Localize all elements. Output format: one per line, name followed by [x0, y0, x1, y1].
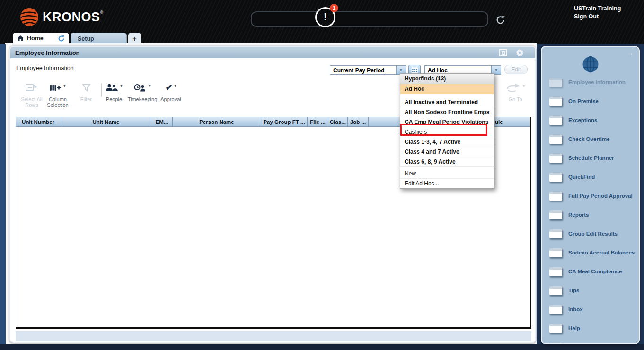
column-header-class[interactable]: Clas... — [328, 117, 348, 127]
sidebar-item-exceptions[interactable]: Exceptions — [542, 111, 639, 130]
sidebar-item-ca-meal-compliance[interactable]: CA Meal Compliance — [542, 262, 639, 281]
gear-icon[interactable] — [516, 49, 524, 57]
sidebar-item-sodexo-accrual-balances[interactable]: Sodexo Accrual Balances — [542, 243, 639, 262]
goto-icon — [506, 83, 521, 92]
kronos-app: KRONOS® 1 USTrain Training Sign Out Home… — [0, 0, 644, 350]
workspace-card-icon — [549, 305, 562, 314]
timeframe-value: Current Pay Period — [330, 66, 396, 74]
tab-setup-label: Setup — [78, 35, 94, 42]
hyperfind-dropdown-menu: Hyperfinds (13) Ad Hoc All Inactive and … — [400, 73, 494, 189]
column-selection-caret-icon — [63, 84, 65, 88]
panel-title-bar: Employee Information — [10, 47, 535, 58]
sidebar-item-label: Group Edit Results — [568, 231, 618, 236]
panel-footer-bar — [16, 331, 531, 341]
menu-item-class-1-3-4-7-active[interactable]: Class 1-3, 4, 7 Active — [400, 137, 494, 147]
collapse-sidebar-arrow-icon[interactable] — [627, 49, 634, 57]
menu-item-all-inactive-and-terminated[interactable]: All Inactive and Terminated — [400, 97, 494, 107]
new-tab-button[interactable]: + — [128, 33, 141, 44]
tab-home[interactable]: Home — [13, 33, 69, 44]
table-right-border — [530, 117, 531, 329]
menu-item-cashiers[interactable]: Cashiers — [400, 127, 494, 137]
sidebar-item-check-overtime[interactable]: Check Overtime — [542, 130, 639, 149]
workspace-card-icon — [549, 154, 562, 163]
alert-count-badge: 1 — [330, 4, 338, 12]
sidebar-item-label: Reports — [568, 212, 589, 218]
menu-separator — [400, 168, 494, 168]
calendar-icon — [411, 67, 418, 73]
kronos-logo: KRONOS® — [20, 8, 104, 26]
people-icon — [106, 84, 118, 92]
refresh-carousel-icon[interactable] — [495, 15, 505, 25]
workspace-card-icon — [549, 267, 562, 276]
filter-label: Filter — [80, 96, 92, 102]
sidebar-item-reports[interactable]: Reports — [542, 205, 639, 224]
sidebar-item-label: Help — [568, 325, 580, 331]
sidebar-item-label: CA Meal Compliance — [568, 269, 622, 274]
globe-icon — [582, 55, 600, 73]
select-all-icon — [26, 84, 38, 92]
kronos-globe-icon — [20, 8, 39, 26]
workspace-card-icon — [549, 343, 562, 345]
menu-item-class-6-8-9-active[interactable]: Class 6, 8, 9 Active — [400, 157, 494, 167]
edit-button[interactable]: Edit — [504, 65, 528, 74]
sidebar-item-group-edit-results[interactable]: Group Edit Results — [542, 224, 639, 243]
goto-label: Go To — [508, 96, 522, 102]
column-header-unit-number[interactable]: Unit Number — [16, 117, 61, 127]
sidebar-item-help[interactable]: Help — [542, 319, 639, 338]
tab-setup[interactable]: Setup — [71, 33, 127, 44]
account-name: USTrain Training — [574, 5, 621, 13]
sidebar-item-tips[interactable]: Tips — [542, 281, 639, 300]
trademark: ® — [100, 10, 104, 15]
column-header-em[interactable]: EM... — [151, 117, 173, 127]
sidebar-item-label: Employee Information — [568, 79, 626, 85]
workspace-carousel[interactable] — [251, 11, 488, 27]
menu-item-edit-ad-hoc[interactable]: Edit Ad Hoc... — [400, 179, 494, 188]
related-items-sidebar: Employee Information On Premise Exceptio… — [541, 46, 640, 344]
table-left-border — [16, 127, 16, 327]
sidebar-item-on-premise[interactable]: On Premise — [542, 92, 639, 111]
goto-button[interactable]: Go To — [502, 82, 529, 102]
sidebar-item-label: Full Pay Period Approval — [568, 193, 633, 199]
column-selection-button[interactable]: Column Selection — [41, 82, 75, 108]
sidebar-item-label: Check Overtime — [568, 136, 610, 142]
tab-refresh-icon[interactable] — [58, 35, 65, 42]
sidebar-item-label: Inbox — [568, 306, 583, 312]
sidebar-item-inbox[interactable]: Inbox — [542, 300, 639, 319]
popout-window-icon[interactable] — [499, 49, 507, 56]
sidebar-item-full-pay-period-approval[interactable]: Full Pay Period Approval — [542, 186, 639, 205]
column-header-unit-name[interactable]: Unit Name — [61, 117, 151, 127]
menu-item-class-4-and-7-active[interactable]: Class 4 and 7 Active — [400, 147, 494, 157]
timekeeping-button[interactable]: Timekeeping — [127, 82, 158, 102]
column-header-pay-group[interactable]: Pay Group FT ... — [261, 117, 308, 127]
filter-button[interactable]: Filter — [75, 82, 97, 102]
workspace-card-icon — [549, 116, 562, 125]
column-header-job[interactable]: Job ... — [348, 117, 369, 127]
approval-caret-icon — [175, 84, 176, 88]
menu-item-new[interactable]: New... — [400, 169, 494, 179]
toolbar-separator — [101, 84, 102, 97]
workspace-card-icon — [549, 192, 562, 201]
sidebar-item-label: Sodexo Accrual Balances — [568, 250, 635, 255]
people-button[interactable]: People — [102, 82, 126, 102]
approval-button[interactable]: ✔ Approval — [157, 82, 185, 102]
sign-out-link[interactable]: Sign Out — [574, 13, 621, 21]
menu-item-all-non-sodexo-frontline-emps[interactable]: All Non Sodexo Frontline Emps — [400, 107, 494, 117]
panel-title: Employee Information — [15, 49, 80, 56]
workspace-card-icon — [549, 97, 562, 106]
menu-item-ad-hoc[interactable]: Ad Hoc — [400, 84, 494, 95]
sidebar-item-partial[interactable] — [542, 338, 639, 344]
sidebar-item-quickfind[interactable]: QuickFind — [542, 167, 639, 186]
timekeeping-icon — [134, 84, 147, 92]
sidebar-item-schedule-planner[interactable]: Schedule Planner — [542, 149, 639, 167]
column-header-person-name[interactable]: Person Name — [173, 117, 261, 127]
people-label: People — [106, 96, 122, 102]
people-caret-icon — [120, 84, 122, 88]
sidebar-item-employee-information[interactable]: Employee Information — [542, 73, 639, 92]
menu-item-ca-emp-meal-period-violations[interactable]: CA Emp Meal Period Violations — [400, 117, 494, 127]
workspace-card-icon — [549, 135, 562, 144]
timekeeping-caret-icon — [149, 84, 150, 88]
timeframe-select[interactable]: Current Pay Period — [330, 65, 406, 75]
new-tab-label: + — [132, 35, 137, 43]
column-header-file[interactable]: File ... — [308, 117, 328, 127]
sidebar-item-label: Tips — [568, 288, 579, 293]
